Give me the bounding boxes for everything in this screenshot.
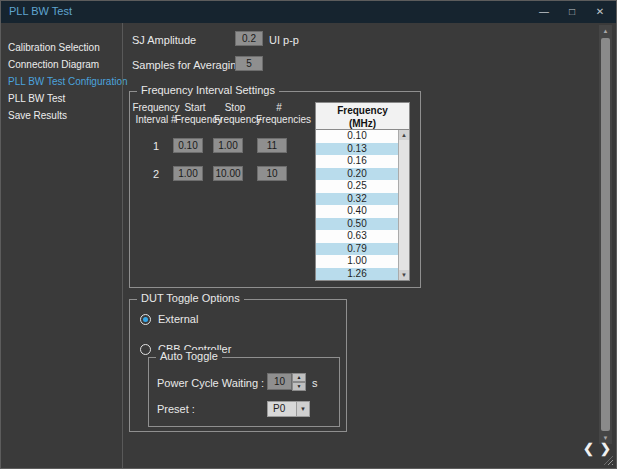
sidebar-item-calibration-selection[interactable]: Calibration Selection [1, 39, 122, 56]
power-cycle-waiting-label: Power Cycle Waiting : [157, 377, 264, 389]
table-row[interactable]: 0.16 [316, 155, 398, 168]
power-cycle-waiting-unit: s [312, 377, 318, 389]
frequency-table-body: 0.10 0.13 0.16 0.20 0.25 0.32 0.40 0.50 … [315, 130, 410, 281]
table-row[interactable]: 0.20 [316, 168, 398, 181]
stepper-arrows: ▲ ▼ [292, 373, 306, 390]
auto-toggle-title: Auto Toggle [156, 350, 222, 362]
stepper-up-icon[interactable]: ▲ [292, 373, 306, 382]
frequency-interval-settings-title: Frequency Interval Settings [137, 84, 279, 96]
preset-dropdown-value: P0 [267, 401, 296, 417]
table-row[interactable]: 0.10 [316, 130, 398, 143]
vertical-scrollbar[interactable]: ▲ ▼ [599, 25, 612, 444]
preset-label: Preset : [157, 403, 195, 415]
window-title: PLL BW Test [9, 5, 72, 17]
sidebar-item-connection-diagram[interactable]: Connection Diagram [1, 56, 122, 73]
column-header-num-frequencies: # Frequencies [256, 102, 302, 126]
close-icon[interactable]: ✕ [594, 1, 606, 23]
external-radio[interactable]: External [140, 313, 198, 325]
titlebar: PLL BW Test — □ ✕ [1, 1, 616, 23]
sidebar-item-pll-bw-test[interactable]: PLL BW Test [1, 90, 122, 107]
scrollbar-thumb[interactable] [601, 38, 610, 431]
preset-dropdown[interactable]: P0 ▼ [267, 401, 310, 417]
power-cycle-waiting-input[interactable] [267, 373, 292, 390]
scrollbar-up-icon[interactable]: ▲ [599, 25, 612, 37]
column-header-stop-frequency: Stop Frequency [214, 102, 256, 126]
minimize-icon[interactable]: — [538, 1, 550, 23]
prev-page-button[interactable]: ❮ [583, 441, 594, 456]
sidebar: Calibration Selection Connection Diagram… [1, 23, 122, 468]
interval-1-start-input[interactable] [173, 138, 203, 153]
stepper-down-icon[interactable]: ▼ [292, 382, 306, 391]
interval-1-stop-input[interactable] [213, 138, 243, 153]
scroll-up-icon[interactable]: ▲ [399, 130, 409, 140]
table-row[interactable]: 0.50 [316, 218, 398, 231]
frequency-table-rows: 0.10 0.13 0.16 0.20 0.25 0.32 0.40 0.50 … [316, 130, 398, 280]
maximize-icon[interactable]: □ [566, 1, 578, 23]
frequency-table-header: Frequency (MHz) [315, 102, 410, 130]
table-row[interactable]: 0.40 [316, 205, 398, 218]
sj-amplitude-label: SJ Amplitude [132, 34, 196, 46]
dut-toggle-options-title: DUT Toggle Options [137, 292, 244, 304]
table-row[interactable]: 0.13 [316, 143, 398, 156]
interval-1-count-input[interactable] [257, 138, 287, 153]
frequency-interval-settings-group: Frequency Interval Settings Frequency In… [129, 91, 421, 288]
sidebar-item-pll-bw-test-configuration[interactable]: PLL BW Test Configuration [1, 73, 122, 90]
table-row[interactable]: 0.25 [316, 180, 398, 193]
interval-2-count-input[interactable] [257, 166, 287, 181]
radio-selected-icon[interactable] [140, 314, 151, 325]
power-cycle-waiting-stepper[interactable]: ▲ ▼ [267, 373, 306, 390]
column-header-start-frequency: Start Frequency [175, 102, 215, 126]
table-row[interactable]: 1.26 [316, 268, 398, 281]
auto-toggle-group: Auto Toggle Power Cycle Waiting : ▲ ▼ s … [148, 357, 340, 427]
scroll-down-icon[interactable]: ▼ [399, 270, 409, 280]
table-row[interactable]: 0.63 [316, 230, 398, 243]
chevron-down-icon: ▼ [296, 401, 310, 417]
main-panel: SJ Amplitude UI p-p Samples for Averagin… [122, 23, 599, 468]
samples-for-averaging-label: Samples for Averaging [132, 59, 242, 71]
samples-for-averaging-input[interactable] [235, 56, 263, 71]
app-window: PLL BW Test — □ ✕ Calibration Selection … [0, 0, 617, 469]
frequency-table: Frequency (MHz) 0.10 0.13 0.16 0.20 0.25… [315, 102, 410, 281]
table-row[interactable]: 0.32 [316, 193, 398, 206]
dut-toggle-options-group: DUT Toggle Options External CBB Controll… [129, 299, 347, 432]
interval-2-stop-input[interactable] [213, 166, 243, 181]
resize-grip[interactable] [604, 456, 613, 465]
sj-amplitude-unit: UI p-p [269, 34, 299, 46]
interval-2-start-input[interactable] [173, 166, 203, 181]
window-controls: — □ ✕ [538, 1, 606, 23]
table-row[interactable]: 0.79 [316, 243, 398, 256]
table-row[interactable]: 1.00 [316, 255, 398, 268]
next-page-button[interactable]: ❯ [600, 441, 611, 456]
external-radio-label: External [158, 313, 198, 325]
sj-amplitude-input[interactable] [235, 31, 263, 46]
frequency-table-scrollbar[interactable]: ▲ ▼ [398, 130, 409, 280]
radio-unselected-icon[interactable] [140, 344, 151, 355]
sidebar-item-save-results[interactable]: Save Results [1, 107, 122, 124]
